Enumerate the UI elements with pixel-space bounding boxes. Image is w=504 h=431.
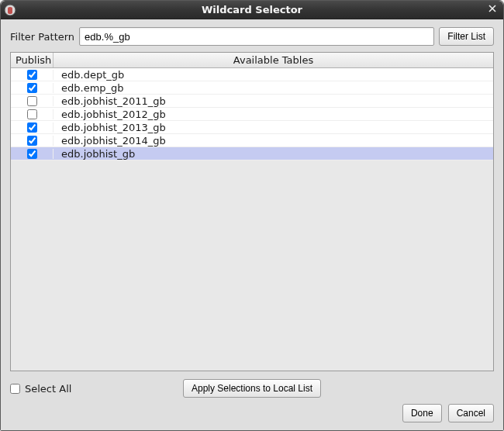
titlebar: Wildcard Selector bbox=[1, 1, 503, 19]
table-name-cell: edb.emp_gb bbox=[54, 82, 493, 94]
table-name-cell: edb.jobhist_2013_gb bbox=[54, 122, 493, 133]
publish-cell bbox=[11, 70, 54, 80]
column-header-publish[interactable]: Publish bbox=[11, 53, 54, 67]
table-row[interactable]: edb.jobhist_2011_gb bbox=[11, 95, 493, 108]
table-name-cell: edb.dept_gb bbox=[54, 69, 493, 81]
publish-cell bbox=[11, 83, 54, 93]
select-all-label: Select All bbox=[25, 383, 71, 395]
table-header: Publish Available Tables bbox=[11, 53, 493, 68]
footer-row-1: Select All Apply Selections to Local Lis… bbox=[10, 378, 494, 399]
publish-checkbox[interactable] bbox=[27, 136, 37, 146]
filter-pattern-input[interactable] bbox=[79, 27, 434, 46]
filter-pattern-label: Filter Pattern bbox=[10, 31, 74, 43]
apply-selections-button[interactable]: Apply Selections to Local List bbox=[183, 379, 321, 398]
publish-cell bbox=[11, 136, 54, 146]
filter-list-button[interactable]: Filter List bbox=[439, 27, 494, 46]
publish-checkbox[interactable] bbox=[27, 70, 37, 80]
svg-rect-1 bbox=[8, 9, 12, 12]
dialog-window: Wildcard Selector Filter Pattern Filter … bbox=[0, 0, 504, 431]
cancel-button[interactable]: Cancel bbox=[448, 404, 494, 422]
select-all-checkbox[interactable] bbox=[10, 384, 20, 394]
dialog-content: Filter Pattern Filter List Publish Avail… bbox=[1, 19, 503, 430]
publish-checkbox[interactable] bbox=[27, 149, 37, 159]
close-icon[interactable] bbox=[486, 4, 499, 16]
filter-row: Filter Pattern Filter List bbox=[10, 27, 494, 46]
publish-checkbox[interactable] bbox=[27, 122, 37, 133]
app-icon bbox=[4, 4, 16, 16]
window-title: Wildcard Selector bbox=[1, 4, 503, 16]
select-all-wrap[interactable]: Select All bbox=[10, 383, 71, 395]
table-body[interactable]: edb.dept_gbedb.emp_gbedb.jobhist_2011_gb… bbox=[11, 68, 493, 371]
publish-cell bbox=[11, 96, 54, 106]
publish-checkbox[interactable] bbox=[27, 109, 37, 119]
table-row[interactable]: edb.jobhist_gb bbox=[11, 147, 493, 160]
table-row[interactable]: edb.jobhist_2012_gb bbox=[11, 108, 493, 121]
table-name-cell: edb.jobhist_gb bbox=[54, 148, 493, 160]
table-name-cell: edb.jobhist_2012_gb bbox=[54, 109, 493, 120]
done-button[interactable]: Done bbox=[402, 404, 442, 422]
table-name-cell: edb.jobhist_2011_gb bbox=[54, 95, 493, 107]
publish-checkbox[interactable] bbox=[27, 96, 37, 106]
publish-cell bbox=[11, 122, 54, 133]
table-row[interactable]: edb.jobhist_2013_gb bbox=[11, 121, 493, 134]
table-row[interactable]: edb.jobhist_2014_gb bbox=[11, 134, 493, 147]
publish-checkbox[interactable] bbox=[27, 83, 37, 93]
publish-cell bbox=[11, 149, 54, 159]
footer-row-2: Done Cancel bbox=[10, 404, 494, 422]
publish-cell bbox=[11, 109, 54, 119]
column-header-available[interactable]: Available Tables bbox=[54, 53, 493, 67]
table-row[interactable]: edb.dept_gb bbox=[11, 68, 493, 81]
table-row[interactable]: edb.emp_gb bbox=[11, 81, 493, 95]
table-name-cell: edb.jobhist_2014_gb bbox=[54, 135, 493, 147]
tables-panel: Publish Available Tables edb.dept_gbedb.… bbox=[10, 52, 494, 371]
